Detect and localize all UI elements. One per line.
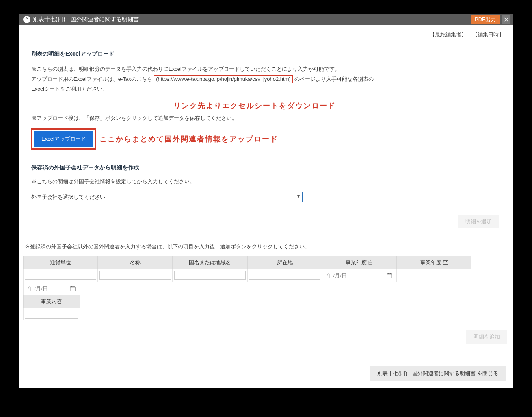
svg-rect-4 [70,287,75,291]
calendar-icon [70,286,76,291]
country-input[interactable] [174,271,246,280]
desc-line-2b: のページより入手可能な各別表の [294,76,374,82]
last-editor-label: 【最終編集者】 [430,31,467,37]
meta-row: 【最終編集者】 【編集日時】 [19,25,513,38]
cell-fyto: 年 /月/日 [23,282,80,295]
excel-upload-button[interactable]: Excelアップロード [34,131,93,147]
subsidiary-select-label: 外国子会社を選択してください [31,193,145,201]
cell-name [98,269,173,282]
desc-line-3: Excelシートをご利用ください。 [31,84,501,94]
header-business: 事業内容 [23,295,80,308]
collapse-icon[interactable]: ⌃ [23,16,30,23]
fyfrom-date-input[interactable]: 年 /月/日 [324,271,395,280]
desc-line-2a: アップロード用のExcelファイルは、e-Taxのこちら [31,76,152,82]
close-icon[interactable]: ✕ [502,15,510,24]
excel-upload-description: ※こちらの別表は、明細部分のデータを手入力の代わりにExcelファイルをアップロ… [31,64,501,94]
fyfrom-placeholder: 年 /月/日 [327,272,347,279]
annotation-upload-here: ここからまとめて国外関連者情報をアップロード [99,134,278,144]
business-input[interactable] [25,310,78,319]
modal-title: 別表十七(四) 国外関連者に関する明細書 [33,16,471,23]
header-fyto: 事業年度 至 [397,256,471,269]
upload-save-note: ※アップロード後は、「保存」ボタンをクリックして追加データを保存してください。 [31,115,501,122]
cell-country [173,269,247,282]
excel-upload-heading: 別表の明細をExcelアップロード [31,50,501,58]
add-detail-button[interactable]: 明細を追加 [458,215,499,228]
svg-rect-0 [387,274,392,278]
modal-panel: ⌃ 別表十七(四) 国外関連者に関する明細書 PDF出力 ✕ 【最終編集者】 【… [19,14,513,388]
modal-header: ⌃ 別表十七(四) 国外関連者に関する明細書 PDF出力 ✕ [19,14,513,25]
cell-currency [23,269,98,282]
fyto-date-input[interactable]: 年 /月/日 [25,284,78,293]
pdf-export-button[interactable]: PDF出力 [471,15,500,24]
calendar-icon [387,273,392,278]
header-address: 所在地 [247,256,322,269]
fyto-placeholder: 年 /月/日 [28,285,48,292]
subsidiary-note: ※こちらの明細は外国子会社情報を設定してから入力してください。 [31,178,501,185]
header-fyfrom: 事業年度 自 [322,256,397,269]
annotation-download-link: リンク先よりエクセルシートをダウンロード [173,101,501,111]
close-document-button[interactable]: 別表十七(四) 国外関連者に関する明細書 を閉じる [370,366,506,381]
edit-time-label: 【編集日時】 [472,31,504,37]
desc-line-1: ※こちらの別表は、明細部分のデータを手入力の代わりにExcelファイルをアップロ… [31,64,501,74]
upload-button-highlight: Excelアップロード [31,128,96,150]
cell-address [247,269,322,282]
cell-business [23,308,80,320]
cell-fyfrom: 年 /月/日 [322,269,397,282]
address-input[interactable] [249,271,320,280]
subsidiary-select[interactable] [145,192,303,202]
header-country: 国名または地域名 [173,256,247,269]
header-currency: 通貨単位 [23,256,98,269]
name-input[interactable] [99,271,171,280]
subsidiary-heading: 保存済の外国子会社データから明細を作成 [31,164,501,172]
currency-input[interactable] [25,271,96,280]
manual-entry-note: ※登録済の外国子会社以外の国外関連者を入力する場合は、以下の項目を入力後、追加ボ… [23,243,509,250]
etax-link[interactable]: (https://www.e-tax.nta.go.jp/hojin/gimuk… [154,75,293,83]
add-detail-button-2[interactable]: 明細を追加 [466,330,507,344]
manual-entry-table: 通貨単位 名称 国名または地域名 所在地 事業年度 自 事業年度 至 年 /月/… [23,256,509,320]
header-name: 名称 [98,256,173,269]
